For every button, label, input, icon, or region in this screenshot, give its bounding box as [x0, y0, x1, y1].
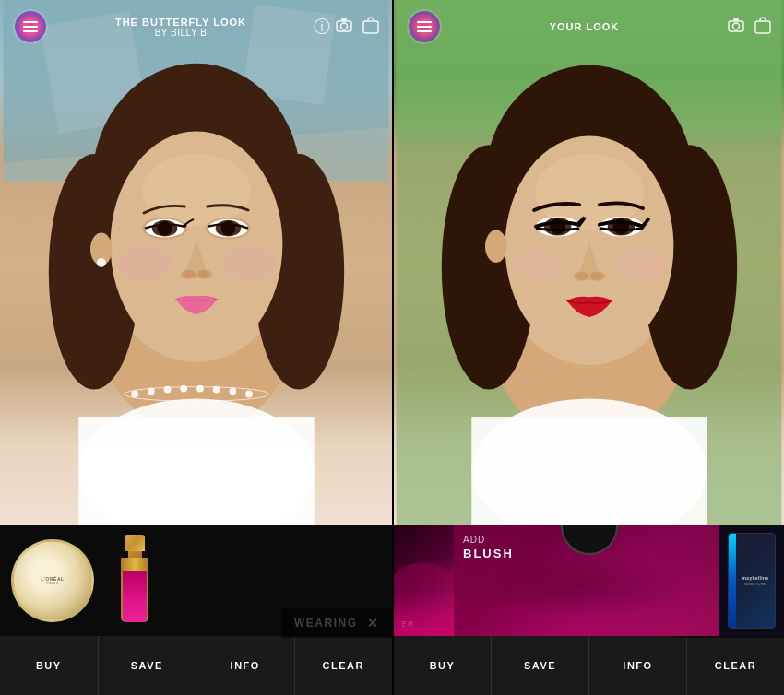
svg-point-32 [131, 391, 138, 398]
svg-point-11 [49, 154, 139, 390]
svg-point-27 [90, 233, 113, 265]
left-panel: THE BUTTERFLY LOOK BY BILLY B ⓘ [0, 0, 392, 695]
svg-rect-43 [755, 21, 770, 33]
svg-point-61 [511, 248, 562, 280]
right-clear-button[interactable]: CLEAR [687, 636, 784, 695]
svg-point-20 [216, 220, 242, 237]
svg-point-36 [196, 385, 204, 393]
svg-point-24 [197, 270, 212, 279]
add-label: ADD [463, 535, 514, 545]
right-camera-icon[interactable] [727, 18, 745, 37]
svg-point-14 [142, 154, 251, 227]
svg-point-19 [152, 220, 178, 237]
right-header-icons [727, 16, 771, 39]
app-container: THE BUTTERFLY LOOK BY BILLY B ⓘ [0, 0, 784, 695]
svg-rect-42 [733, 18, 739, 21]
svg-point-57 [608, 218, 635, 236]
right-title-line1: YOUR LOOK [449, 21, 719, 32]
svg-point-65 [471, 398, 707, 525]
svg-point-46 [481, 154, 698, 443]
right-face-background [394, 0, 784, 525]
svg-point-39 [245, 391, 253, 398]
left-face-background [0, 0, 392, 525]
svg-rect-64 [471, 417, 707, 525]
add-blush-text: ADD BLUSH [463, 535, 514, 560]
svg-point-16 [206, 218, 251, 240]
svg-point-41 [733, 23, 740, 29]
svg-point-51 [505, 135, 674, 357]
svg-point-33 [148, 388, 155, 395]
left-menu-button[interactable] [13, 9, 48, 44]
svg-point-1 [341, 23, 348, 29]
svg-point-48 [485, 65, 694, 298]
left-header-title: THE BUTTERFLY LOOK BY BILLY B [55, 17, 306, 38]
svg-point-55 [550, 218, 566, 235]
left-buy-button[interactable]: BUY [0, 636, 99, 695]
svg-point-59 [574, 272, 588, 281]
svg-point-49 [442, 145, 536, 389]
svg-rect-44 [397, 0, 782, 525]
right-header: YOUR LOOK [394, 0, 784, 53]
right-menu-button[interactable] [407, 9, 442, 44]
svg-point-35 [180, 385, 187, 393]
left-info-button[interactable]: INFO [196, 636, 295, 695]
svg-point-25 [117, 244, 172, 280]
svg-point-10 [92, 64, 301, 300]
svg-point-63 [485, 230, 507, 263]
svg-point-12 [254, 154, 344, 390]
svg-point-34 [164, 386, 172, 394]
hamburger-icon [23, 21, 38, 32]
right-hamburger-icon [417, 21, 432, 32]
left-clear-button[interactable]: CLEAR [295, 636, 393, 695]
svg-point-62 [616, 248, 667, 280]
right-photo-area [394, 0, 784, 525]
partial-product-left[interactable]: ER [394, 525, 454, 636]
eyeliner-product[interactable]: maybelline NEW YORK [719, 525, 784, 636]
svg-point-17 [145, 219, 184, 238]
left-title-line2: BY BILLY B [55, 28, 306, 38]
svg-point-29 [78, 398, 315, 525]
right-save-button[interactable]: SAVE [492, 636, 589, 695]
loreal-eyeshadow-product[interactable]: L'ORÉAL PARIS [11, 539, 94, 622]
left-header: THE BUTTERFLY LOOK BY BILLY B ⓘ [0, 0, 392, 53]
bag-icon[interactable] [362, 16, 379, 39]
svg-rect-2 [341, 18, 347, 21]
camera-icon[interactable]: ⓘ [314, 16, 353, 38]
svg-point-50 [643, 145, 737, 389]
svg-rect-30 [78, 417, 315, 525]
svg-point-58 [613, 218, 630, 235]
lip-gloss-product[interactable] [118, 535, 151, 627]
svg-point-31 [124, 387, 268, 402]
left-action-bar: BUY SAVE INFO CLEAR [0, 636, 392, 695]
right-buy-button[interactable]: BUY [394, 636, 492, 695]
svg-point-47 [492, 115, 687, 365]
svg-point-26 [222, 244, 277, 280]
right-action-bar: BUY SAVE INFO CLEAR [394, 636, 784, 695]
svg-point-60 [590, 272, 605, 281]
right-panel: YOUR LOOK [392, 0, 784, 695]
right-bag-icon[interactable] [754, 16, 771, 39]
svg-point-9 [97, 109, 296, 362]
left-face-svg [0, 0, 392, 525]
svg-point-56 [600, 217, 643, 237]
svg-point-52 [535, 154, 644, 230]
svg-point-28 [97, 258, 106, 267]
svg-point-18 [208, 219, 248, 238]
svg-point-21 [158, 221, 172, 236]
left-products-strip: L'ORÉAL PARIS [0, 525, 392, 636]
svg-point-38 [229, 388, 236, 395]
left-title-line1: THE BUTTERFLY LOOK [55, 17, 306, 28]
left-header-icons: ⓘ [314, 16, 379, 39]
svg-point-23 [181, 270, 196, 279]
right-header-title: YOUR LOOK [449, 21, 719, 32]
left-photo-area [0, 0, 392, 525]
right-info-button[interactable]: INFO [589, 636, 687, 695]
right-products-strip: ER ADD BLUSH maybelline [394, 525, 784, 636]
left-save-button[interactable]: SAVE [99, 636, 197, 695]
svg-point-53 [536, 217, 579, 237]
svg-point-54 [544, 218, 571, 236]
right-face-svg [394, 0, 784, 525]
svg-point-37 [213, 386, 220, 394]
svg-point-13 [111, 132, 283, 359]
blush-label: BLUSH [463, 547, 514, 560]
